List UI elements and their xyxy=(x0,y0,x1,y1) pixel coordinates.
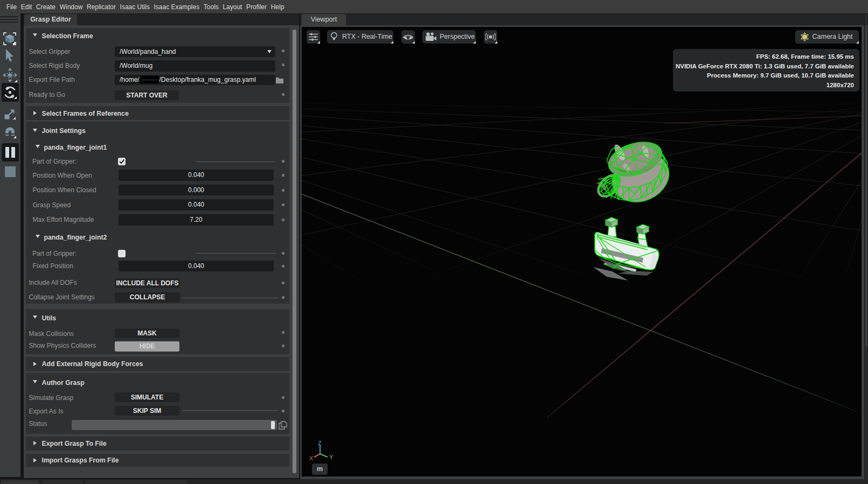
svg-text:Z: Z xyxy=(318,440,322,446)
svg-text:Y: Y xyxy=(329,454,334,460)
svg-text:X: X xyxy=(309,455,314,461)
